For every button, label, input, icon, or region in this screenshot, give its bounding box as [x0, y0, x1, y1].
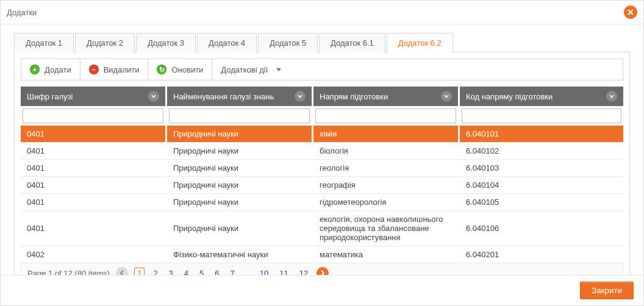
cell: 6.040103: [460, 160, 623, 177]
tab-dodatok-5[interactable]: Додаток 5: [258, 33, 318, 52]
pager-prev-button[interactable]: [116, 267, 128, 275]
close-icon[interactable]: [624, 5, 637, 19]
refresh-button-label: Оновити: [171, 65, 203, 74]
col-header-label: Напрям підготовки: [320, 92, 388, 101]
titlebar: Додатки: [1, 1, 643, 24]
tab-dodatok-6-2[interactable]: Додаток 6.2: [387, 33, 453, 52]
cell: 0401: [21, 177, 167, 194]
dialog-footer: Закрити: [1, 275, 643, 305]
table-row[interactable]: 0401 Природничі науки біологія 6.040102: [21, 143, 623, 160]
pager-page-link[interactable]: 3: [166, 268, 176, 276]
pager-page-link[interactable]: 6: [212, 268, 221, 276]
cell: Природничі науки: [167, 160, 313, 177]
cell: Фізико-математичні науки: [167, 246, 313, 263]
filter-input-direction[interactable]: [315, 109, 456, 123]
chevron-down-icon[interactable]: [295, 91, 306, 102]
table-row[interactable]: 0401 Природничі науки хімія 6.040101: [21, 126, 623, 143]
cell: Природничі науки: [167, 143, 313, 160]
delete-button-label: Видалити: [104, 65, 140, 74]
tab-label: Додаток 5: [270, 38, 306, 48]
tab-label: Додаток 2: [87, 38, 123, 48]
col-header-label: Найменування галузі знань: [173, 92, 274, 101]
cell: Природничі науки: [167, 177, 313, 194]
window-title: Додатки: [7, 8, 37, 17]
cell: 6.040201: [460, 246, 623, 263]
pager-page-link[interactable]: 4: [182, 268, 191, 276]
header-row: Шифр галузі Найменування галузі знань: [21, 87, 623, 106]
chevron-down-icon[interactable]: [148, 91, 159, 102]
chevron-down-icon[interactable]: [441, 91, 452, 102]
grid: Шифр галузі Найменування галузі знань: [21, 87, 623, 263]
cell: геологія: [313, 160, 460, 177]
col-header-direction[interactable]: Напрям підготовки: [313, 87, 460, 106]
table-row[interactable]: 0401 Природничі науки гідрометеорологія …: [21, 194, 623, 211]
tab-label: Додаток 6.1: [331, 38, 374, 48]
cell: Природничі науки: [167, 126, 313, 143]
plus-icon: +: [30, 65, 40, 74]
pager-page-link[interactable]: 12: [297, 268, 310, 276]
extra-actions-button[interactable]: Додаткові дії: [212, 59, 290, 80]
cell: географія: [313, 177, 460, 194]
tab-dodatok-6-1[interactable]: Додаток 6.1: [319, 33, 385, 52]
refresh-button[interactable]: ↻ Оновити: [148, 59, 212, 80]
pager-ellipsis: …: [243, 269, 251, 276]
cell: 6.040104: [460, 177, 623, 194]
cell: хімія: [313, 126, 460, 143]
pager-pages: 1 2 3 4 5 6 7 … 10 11 12: [134, 268, 310, 276]
cell: Природничі науки: [167, 194, 313, 211]
pager-page-link[interactable]: 10: [257, 268, 271, 276]
col-header-code[interactable]: Шифр галузі: [21, 87, 167, 106]
cell: 6.040106: [460, 211, 623, 246]
cell: 0402: [21, 246, 167, 263]
tab-dodatok-3[interactable]: Додаток 3: [136, 33, 196, 52]
col-header-direction-code[interactable]: Код напряму підготовки: [460, 87, 623, 106]
pager-page-link[interactable]: 7: [228, 268, 237, 276]
minus-icon: –: [89, 65, 99, 74]
add-button-label: Додати: [45, 65, 71, 74]
cell: математика: [313, 246, 460, 263]
refresh-icon: ↻: [157, 65, 166, 74]
pager-summary: Page 1 of 12 (80 items): [27, 269, 110, 276]
filter-input-direction-code[interactable]: [462, 109, 621, 123]
pager: Page 1 of 12 (80 items) 1 2 3 4 5 6 7 … …: [21, 263, 623, 275]
pager-next-button[interactable]: [317, 267, 329, 275]
cell: 6.040105: [460, 194, 623, 211]
grid-body: 0401 Природничі науки хімія 6.040101 040…: [21, 126, 623, 263]
close-button-label: Закрити: [592, 286, 622, 295]
pager-page-link[interactable]: 2: [151, 268, 160, 276]
tab-dodatok-4[interactable]: Додаток 4: [197, 33, 257, 52]
cell: 0401: [21, 211, 167, 246]
tab-label: Додаток 3: [148, 38, 184, 48]
tab-dodatok-2[interactable]: Додаток 2: [75, 33, 135, 52]
cell: гідрометеорологія: [313, 194, 460, 211]
col-header-branch-name[interactable]: Найменування галузі знань: [167, 87, 313, 106]
add-button[interactable]: + Додати: [21, 59, 80, 80]
tab-label: Додаток 1: [26, 38, 62, 48]
filter-row: [21, 106, 623, 126]
pager-page-link[interactable]: 11: [277, 268, 290, 276]
tab-panel: + Додати – Видалити ↻ Оновити Додаткові …: [14, 52, 630, 275]
tab-label: Додаток 4: [209, 38, 245, 48]
table-row[interactable]: 0401 Природничі науки географія 6.040104: [21, 177, 623, 194]
delete-button[interactable]: – Видалити: [80, 59, 149, 80]
dialog: Додатки Додаток 1 Додаток 2 Додаток 3 До…: [0, 0, 644, 306]
cell: екологія, охорона навколишнього середови…: [313, 211, 460, 246]
filter-input-code[interactable]: [23, 109, 163, 123]
chevron-down-icon[interactable]: [606, 91, 617, 102]
cell: біологія: [313, 143, 460, 160]
tab-dodatok-1[interactable]: Додаток 1: [14, 33, 74, 52]
cell: 0401: [21, 126, 167, 143]
extra-actions-label: Додаткові дії: [221, 65, 268, 74]
table-row[interactable]: 0402 Фізико-математичні науки математика…: [21, 246, 623, 263]
table-row[interactable]: 0401 Природничі науки геологія 6.040103: [21, 160, 623, 177]
col-header-label: Код напряму підготовки: [466, 92, 553, 101]
table-row[interactable]: 0401 Природничі науки екологія, охорона …: [21, 211, 623, 246]
filter-input-branch-name[interactable]: [169, 109, 310, 123]
pager-page-link[interactable]: 1: [134, 268, 145, 276]
close-button[interactable]: Закрити: [580, 282, 634, 299]
cell: 0401: [21, 194, 167, 211]
pager-page-link[interactable]: 5: [197, 268, 206, 276]
cell: 6.040101: [460, 126, 623, 143]
cell: 0401: [21, 143, 167, 160]
tab-label: Додаток 6.2: [398, 38, 442, 48]
